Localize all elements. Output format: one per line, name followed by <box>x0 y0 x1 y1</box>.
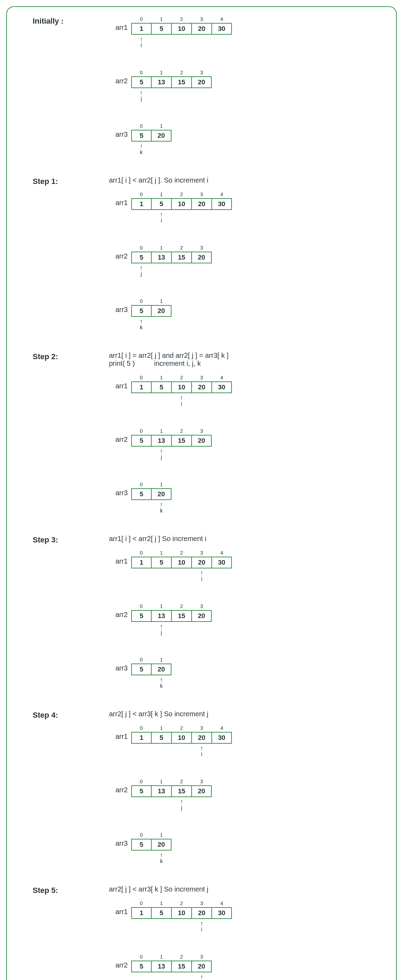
cells-row: 15102030 <box>131 198 232 210</box>
pointer-slot <box>172 447 192 462</box>
array-row-arr1: arr10123415102030↑i <box>109 725 395 759</box>
up-arrow-icon: ↑ <box>160 212 163 218</box>
index-label: 1 <box>151 603 172 610</box>
step-body: arr1[ i ] < arr2[ j ] So increment iarr1… <box>109 535 395 690</box>
index-label: 1 <box>151 725 172 732</box>
array-row-arr1: arr10123415102030↑i <box>109 191 395 225</box>
pointer-slot <box>151 797 172 812</box>
index-label: 0 <box>131 657 151 663</box>
array-cell: 30 <box>212 23 232 35</box>
array-cell: 15 <box>172 785 192 797</box>
pointer-slot <box>172 744 192 759</box>
index-label: 0 <box>131 428 151 435</box>
index-label: 1 <box>151 123 172 130</box>
pointer-slot <box>131 622 151 637</box>
cells-wrap: 01520↑k <box>131 832 172 866</box>
pointer-slot <box>131 675 151 690</box>
array-cell: 20 <box>151 488 172 500</box>
index-label: 1 <box>151 191 172 198</box>
step-caption: arr1[ i ] = arr2[ j ] and arr2[ j ] = ar… <box>109 352 395 368</box>
index-label: 3 <box>192 603 212 610</box>
index-label: 2 <box>172 550 192 557</box>
pointer-slot <box>192 35 212 50</box>
step-body: arr1[ i ] < arr2[ j ]. So increment iarr… <box>109 176 395 332</box>
array-cell: 5 <box>151 907 172 919</box>
pointer-slot <box>172 622 192 637</box>
array-cell: 5 <box>151 557 172 568</box>
pointer-slot <box>212 35 232 50</box>
array-cell: 10 <box>172 198 192 210</box>
step-caption: arr1[ i ] < arr2[ j ] So increment i <box>109 535 395 543</box>
steps-container: Initially :arr10123415102030↑iarr2012351… <box>8 16 395 980</box>
step-label: Step 5: <box>33 885 109 895</box>
array-cell: 20 <box>192 198 212 210</box>
array-row-arr1: arr10123415102030↑i <box>109 550 395 584</box>
pointer-slot <box>151 263 172 278</box>
pointer-slot <box>192 210 212 225</box>
pointer-row: ↑i <box>131 744 232 759</box>
cells-wrap: 0123415102030↑i <box>131 725 232 759</box>
array-cell: 13 <box>151 785 172 797</box>
array-cell: 20 <box>192 732 212 744</box>
pointer-slot: ↑k <box>131 317 151 332</box>
step-block: Step 2:arr1[ i ] = arr2[ j ] and arr2[ j… <box>33 352 395 515</box>
step-body: arr10123415102030↑iarr201235131520↑jarr3… <box>109 16 395 157</box>
index-label: 1 <box>151 550 172 557</box>
up-arrow-icon: ↑ <box>140 143 143 149</box>
step-block: Step 4:arr2[ j ] < arr3[ k ] So incremen… <box>33 710 395 866</box>
array-cell: 5 <box>131 839 151 851</box>
array-cell: 30 <box>212 557 232 568</box>
index-row: 01 <box>131 657 172 663</box>
pointer-row: ↑j <box>131 88 212 103</box>
index-label: 0 <box>131 16 151 23</box>
pointer-label: j <box>140 271 142 277</box>
step-body: arr2[ j ] < arr3[ k ] So increment jarr1… <box>109 710 395 866</box>
pointer-row: ↑j <box>131 447 212 462</box>
page: { "logo": "GG", "pointer_labels": { "a1"… <box>0 0 403 980</box>
array-cell: 5 <box>131 663 151 675</box>
index-label: 2 <box>172 603 192 610</box>
index-label: 1 <box>151 954 172 961</box>
array-cell: 10 <box>172 381 192 393</box>
index-label: 0 <box>131 374 151 381</box>
step-block: Step 5:arr2[ j ] < arr3[ k ] So incremen… <box>33 885 395 980</box>
pointer-slot <box>192 88 212 103</box>
pointer-row: ↑j <box>131 972 212 980</box>
index-label: 3 <box>192 16 212 23</box>
pointer-slot <box>192 797 212 812</box>
index-row: 01 <box>131 832 172 839</box>
cells-row: 5131520 <box>131 435 212 447</box>
pointer-slot <box>151 568 172 584</box>
array-name: arr2 <box>109 245 131 260</box>
index-label: 3 <box>192 428 212 435</box>
step-body: arr1[ i ] = arr2[ j ] and arr2[ j ] = ar… <box>109 352 395 515</box>
pointer-slot <box>151 744 172 759</box>
pointer-row: ↑j <box>131 797 212 812</box>
cells-row: 5131520 <box>131 785 212 797</box>
index-label: 3 <box>192 245 212 251</box>
cells-wrap: 01520↑k <box>131 657 172 690</box>
array-cell: 20 <box>151 663 172 675</box>
array-cell: 15 <box>172 76 192 88</box>
step-label: Initially : <box>33 16 109 26</box>
index-label: 4 <box>212 550 232 557</box>
array-name: arr3 <box>109 832 131 848</box>
index-label: 2 <box>172 725 192 732</box>
pointer-slot <box>151 88 172 103</box>
pointer-slot: ↑j <box>151 447 172 462</box>
pointer-row: ↑k <box>131 317 172 332</box>
pointer-slot <box>131 568 151 584</box>
pointer-slot <box>131 851 151 866</box>
array-cell: 5 <box>131 435 151 447</box>
pointer-slot <box>151 919 172 934</box>
array-cell: 20 <box>192 785 212 797</box>
pointer-row: ↑k <box>131 500 172 515</box>
pointer-slot <box>172 568 192 584</box>
array-row-arr2: arr201235131520↑j <box>109 69 395 103</box>
pointer-row: ↑i <box>131 210 232 225</box>
index-row: 01234 <box>131 191 232 198</box>
index-label: 4 <box>212 191 232 198</box>
pointer-slot: ↑j <box>131 263 151 278</box>
pointer-label: i <box>201 751 202 757</box>
array-cell: 10 <box>172 23 192 35</box>
